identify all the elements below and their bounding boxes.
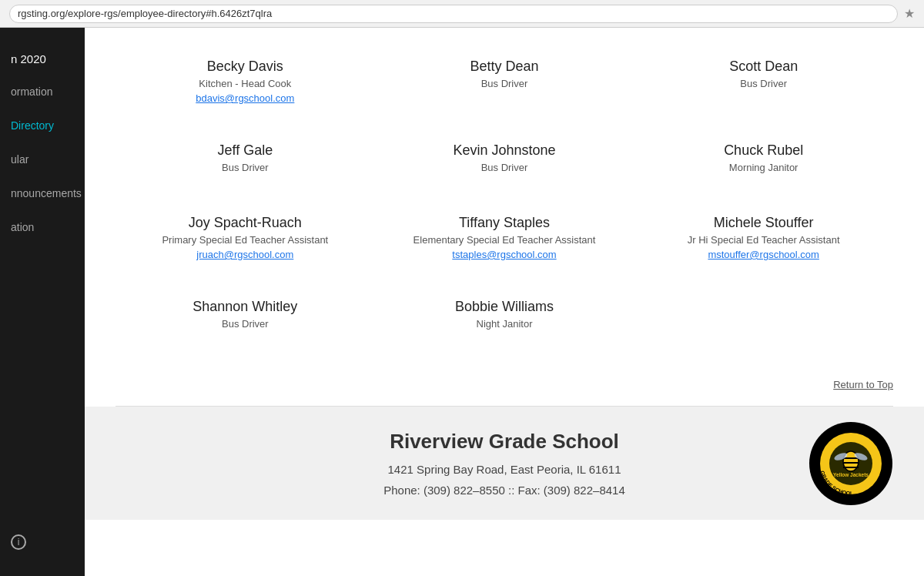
employee-row-1: Becky Davis Kitchen - Head Cook bdavis@r…	[116, 43, 893, 119]
employee-name: Bobbie Williams	[383, 299, 627, 315]
employee-title: Bus Driver	[123, 318, 367, 330]
employee-name: Kevin Johnstone	[383, 142, 627, 159]
employee-name: Michele Stouffer	[641, 215, 886, 231]
info-circle[interactable]: i	[11, 534, 26, 550]
sidebar-item-directory[interactable]: Directory	[0, 109, 85, 142]
footer-phone: Phone: (309) 822–8550 :: Fax: (309) 822–…	[116, 484, 893, 497]
employee-email[interactable]: tstaples@rgschool.com	[383, 249, 627, 260]
employee-title: Night Janitor	[383, 318, 627, 330]
employee-name: Jeff Gale	[123, 142, 367, 159]
employee-card-empty	[634, 283, 893, 348]
employee-name: Tiffany Staples	[383, 215, 627, 231]
employee-name: Shannon Whitley	[123, 299, 367, 315]
employee-title: Morning Janitor	[641, 162, 886, 173]
employee-card-jeff-gale: Jeff Gale Bus Driver	[116, 127, 375, 192]
employee-name: Scott Dean	[641, 59, 886, 75]
footer-address: 1421 Spring Bay Road, East Peoria, IL 61…	[116, 463, 893, 476]
footer: Riverview Grade School 1421 Spring Bay R…	[85, 407, 924, 520]
employee-card-bobbie-williams: Bobbie Williams Night Janitor	[375, 283, 634, 348]
employee-title: Kitchen - Head Cook	[123, 78, 367, 89]
employee-card-becky-davis: Becky Davis Kitchen - Head Cook bdavis@r…	[116, 43, 375, 119]
sidebar-item-calendar[interactable]: ular	[0, 142, 85, 176]
url-bar[interactable]: rgsting.org/explore-rgs/employee-directo…	[9, 5, 898, 23]
info-icon-sidebar[interactable]: i	[0, 522, 85, 561]
footer-text: Riverview Grade School 1421 Spring Bay R…	[116, 430, 893, 497]
employee-email[interactable]: jruach@rgschool.com	[123, 249, 367, 260]
employee-row-3: Joy Spacht-Ruach Primary Special Ed Teac…	[116, 199, 893, 276]
employee-title: Bus Driver	[383, 162, 627, 173]
employee-grid: Becky Davis Kitchen - Head Cook bdavis@r…	[85, 28, 924, 371]
browser-chrome: rgsting.org/explore-rgs/employee-directo…	[0, 0, 924, 28]
employee-name: Chuck Rubel	[641, 142, 886, 159]
employee-title: Bus Driver	[641, 78, 886, 89]
employee-card-shannon-whitley: Shannon Whitley Bus Driver	[116, 283, 375, 348]
return-to-top-container: Return to Top	[85, 371, 924, 406]
employee-name: Joy Spacht-Ruach	[123, 215, 367, 231]
employee-card-joy-spacht-ruach: Joy Spacht-Ruach Primary Special Ed Teac…	[116, 199, 375, 276]
employee-title: Elementary Special Ed Teacher Assistant	[383, 234, 627, 246]
page-wrapper: n 2020 ormation Directory ular nnounceme…	[0, 28, 924, 576]
employee-email[interactable]: bdavis@rgschool.com	[123, 92, 367, 104]
employee-card-scott-dean: Scott Dean Bus Driver	[634, 43, 893, 119]
sidebar-item-information[interactable]: ormation	[0, 75, 85, 109]
employee-card-michele-stouffer: Michele Stouffer Jr Hi Special Ed Teache…	[634, 199, 893, 276]
return-to-top-link[interactable]: Return to Top	[833, 379, 893, 390]
logo-svg: RIVERVIEW GRADE SCHOOL Yellow Jackets	[808, 421, 893, 506]
main-content: Becky Davis Kitchen - Head Cook bdavis@r…	[85, 28, 924, 576]
employee-card-chuck-rubel: Chuck Rubel Morning Janitor	[634, 127, 893, 192]
employee-row-4: Shannon Whitley Bus Driver Bobbie Willia…	[116, 283, 893, 348]
employee-card-kevin-johnstone: Kevin Johnstone Bus Driver	[375, 127, 634, 192]
svg-text:Yellow Jackets: Yellow Jackets	[833, 472, 869, 477]
employee-card-tiffany-staples: Tiffany Staples Elementary Special Ed Te…	[375, 199, 634, 276]
sidebar: n 2020 ormation Directory ular nnounceme…	[0, 28, 85, 576]
employee-email[interactable]: mstouffer@rgschool.com	[641, 249, 886, 260]
url-text: rgsting.org/explore-rgs/employee-directo…	[18, 8, 272, 19]
employee-title: Jr Hi Special Ed Teacher Assistant	[641, 234, 886, 246]
employee-title: Bus Driver	[123, 162, 367, 173]
employee-name: Betty Dean	[383, 59, 627, 75]
sidebar-item-location[interactable]: ation	[0, 210, 85, 244]
bookmark-icon[interactable]: ★	[904, 6, 915, 21]
sidebar-year: n 2020	[0, 43, 85, 75]
employee-row-2: Jeff Gale Bus Driver Kevin Johnstone Bus…	[116, 127, 893, 192]
footer-school-name: Riverview Grade School	[116, 430, 893, 454]
employee-card-betty-dean: Betty Dean Bus Driver	[375, 43, 634, 119]
employee-title: Bus Driver	[383, 78, 627, 89]
employee-title: Primary Special Ed Teacher Assistant	[123, 234, 367, 246]
sidebar-item-announcements[interactable]: nnouncements	[0, 176, 85, 210]
school-logo: RIVERVIEW GRADE SCHOOL Yellow Jackets	[808, 421, 893, 506]
employee-name: Becky Davis	[123, 59, 367, 75]
